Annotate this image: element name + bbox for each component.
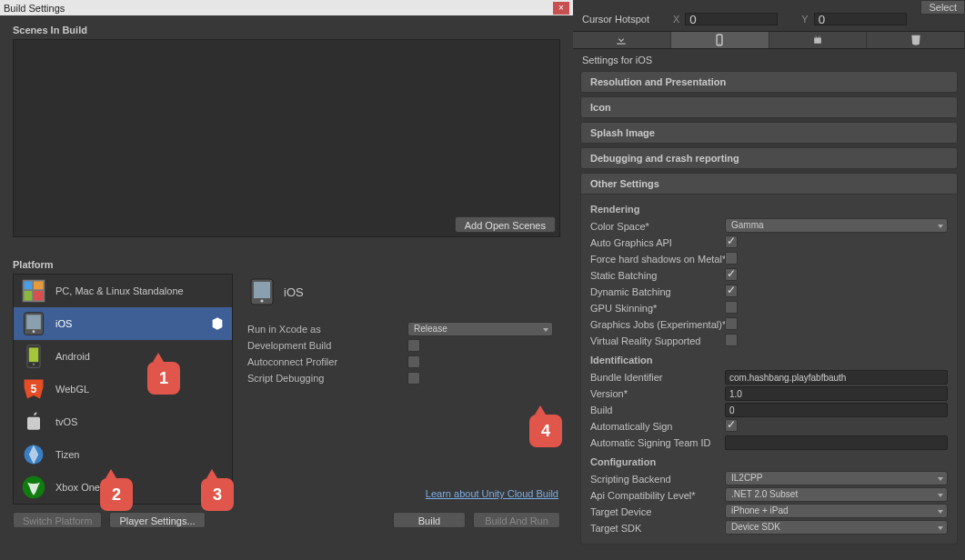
cursor-hotspot-label: Cursor Hotspot [582,14,649,25]
svg-rect-4 [34,291,44,301]
svg-point-10 [33,364,35,365]
build-button[interactable]: Build [393,512,466,528]
svg-point-18 [719,44,720,45]
platform-item-label: PC, Mac & Linux Standalone [55,285,184,296]
scripting-backend-label: Scripting Backend [590,474,725,485]
rendering-header: Rendering [590,204,948,215]
cloud-build-link[interactable]: Learn about Unity Cloud Build [247,483,560,505]
svg-rect-1 [25,282,33,290]
auto-sign-label: Automatically Sign [590,421,725,432]
close-button[interactable]: × [553,2,569,15]
platform-item-xboxone[interactable]: Xbox One [14,471,232,504]
unity-current-icon [210,316,225,331]
dev-build-checkbox[interactable] [407,339,420,352]
xbox-icon [21,475,46,500]
svg-rect-3 [25,291,33,301]
select-button[interactable]: Select [920,0,965,15]
platform-detail-title: iOS [284,285,304,299]
dynamic-batching-checkbox[interactable] [725,285,738,297]
hotspot-x-input[interactable] [685,13,778,25]
target-sdk-label: Target SDK [590,523,725,534]
gpu-skinning-checkbox[interactable] [725,301,738,314]
force-hard-shadows-label: Force hard shadows on Metal* [590,254,725,265]
platform-list: PC, Mac & Linux Standalone iOS [13,274,233,505]
tab-download-icon[interactable] [573,32,671,48]
svg-point-16 [260,299,263,302]
section-debugging[interactable]: Debugging and crash reporting [580,147,958,169]
bundle-identifier-label: Bundle Identifier [590,372,725,383]
hotspot-y-input[interactable] [814,13,907,25]
identification-header: Identification [590,355,948,365]
force-hard-shadows-checkbox[interactable] [725,252,738,265]
autoconnect-profiler-label: Autoconnect Profiler [247,356,407,367]
dynamic-batching-label: Dynamic Batching [590,286,725,297]
scenes-list[interactable]: Add Open Scenes [13,39,560,237]
vr-supported-label: Virtual Reality Supported [590,335,725,346]
signing-team-label: Automatic Signing Team ID [590,437,725,448]
svg-point-7 [33,330,35,333]
build-and-run-button[interactable]: Build And Run [473,512,560,528]
platform-item-label: tvOS [55,416,77,427]
tab-android-icon[interactable] [769,32,868,48]
autoconnect-profiler-checkbox [407,355,420,368]
add-open-scenes-button[interactable]: Add Open Scenes [455,216,556,233]
dev-build-label: Development Build [247,340,407,351]
window-title: Build Settings [4,3,65,14]
other-settings-body: Rendering Color Space* Gamma Auto Graphi… [580,195,958,545]
version-input[interactable] [725,386,948,401]
switch-platform-button[interactable]: Switch Platform [13,512,102,528]
tizen-icon [21,442,46,467]
color-space-dropdown[interactable]: Gamma [725,218,948,233]
graphics-jobs-label: Graphics Jobs (Experimental)* [590,319,725,330]
ios-icon [247,277,276,306]
script-debugging-checkbox [407,372,420,385]
target-sdk-dropdown[interactable]: Device SDK [725,520,948,535]
android-icon [21,344,46,369]
static-batching-checkbox[interactable] [725,268,738,281]
platform-item-label: WebGL [55,384,89,395]
auto-sign-checkbox[interactable] [725,419,738,432]
tab-html5-icon[interactable] [867,32,965,48]
svg-rect-15 [254,282,270,298]
api-compatibility-dropdown[interactable]: .NET 2.0 Subset [725,487,948,502]
platform-item-tvos[interactable]: tvOS [14,405,232,438]
settings-for-label: Settings for iOS [573,49,965,71]
platform-item-webgl[interactable]: 5 WebGL [14,373,232,405]
svg-text:5: 5 [31,383,37,395]
section-icon[interactable]: Icon [580,96,958,118]
target-device-label: Target Device [590,506,725,517]
run-in-xcode-dropdown[interactable]: Release [407,322,553,336]
svg-rect-9 [29,347,39,362]
webgl-icon: 5 [21,376,46,402]
scenes-in-build-header: Scenes In Build [0,15,573,39]
window-titlebar: Build Settings × [0,0,573,15]
api-compatibility-label: Api Compatibility Level* [590,490,725,501]
platform-item-android[interactable]: Android [14,340,232,373]
platform-item-tizen[interactable]: Tizen [14,438,232,471]
color-space-label: Color Space* [590,221,725,232]
build-input[interactable] [725,403,948,417]
vr-supported-checkbox[interactable] [725,334,738,346]
build-label: Build [590,405,725,415]
platform-item-label: iOS [55,318,72,329]
target-device-dropdown[interactable]: iPhone + iPad [725,504,948,518]
gpu-skinning-label: GPU Skinning* [590,303,725,314]
section-splash[interactable]: Splash Image [580,122,958,144]
version-label: Version* [590,388,725,399]
section-resolution[interactable]: Resolution and Presentation [580,71,958,93]
signing-team-input[interactable] [725,435,948,450]
platform-item-ios[interactable]: iOS [14,307,232,340]
auto-graphics-label: Auto Graphics API [590,237,725,248]
auto-graphics-checkbox[interactable] [725,235,738,248]
tab-phone-icon[interactable] [671,32,769,48]
bundle-identifier-input[interactable] [725,370,948,385]
platform-item-standalone[interactable]: PC, Mac & Linux Standalone [14,275,232,307]
configuration-header: Configuration [590,456,948,467]
graphics-jobs-checkbox[interactable] [725,317,738,330]
scripting-backend-dropdown[interactable]: IL2CPP [725,471,948,485]
section-other-settings[interactable]: Other Settings [580,173,958,195]
player-settings-button[interactable]: Player Settings... [109,512,205,528]
run-in-xcode-label: Run in Xcode as [247,324,407,335]
platform-item-label: Xbox One [55,482,100,493]
svg-rect-6 [26,315,41,329]
